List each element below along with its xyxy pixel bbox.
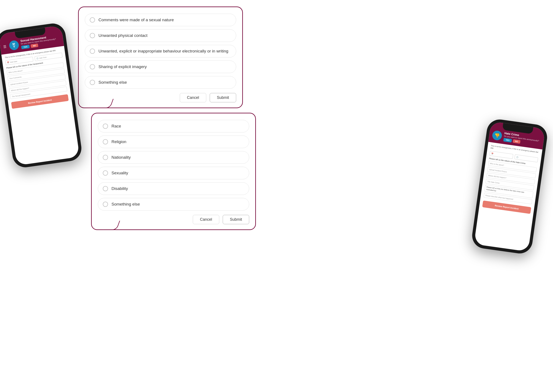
anon-yes-right[interactable]: YES bbox=[503, 138, 512, 142]
radio-unwanted-physical[interactable] bbox=[90, 33, 95, 38]
radio-nationality[interactable] bbox=[103, 155, 108, 160]
option-label: Comments were made of a sexual nature bbox=[98, 18, 174, 22]
gender-icon: ⚧ bbox=[12, 42, 16, 48]
dialog-top-footer: Cancel Submit bbox=[85, 93, 236, 102]
dialog-bottom-footer: Cancel Submit bbox=[98, 215, 249, 224]
submit-button-top[interactable]: Submit bbox=[210, 93, 236, 102]
phone-hate-crime: 👎 Hate Crime Do you want to report this … bbox=[471, 118, 549, 255]
submit-button-bottom[interactable]: Submit bbox=[223, 215, 249, 224]
radio-sexuality[interactable] bbox=[103, 170, 108, 176]
thumbsdown-icon: 👎 bbox=[494, 133, 500, 138]
option-something-else-top[interactable]: Something else bbox=[85, 76, 236, 89]
option-sexuality[interactable]: Sexuality bbox=[98, 167, 249, 179]
phone-right-inner: 👎 Hate Crime Do you want to report this … bbox=[474, 121, 545, 252]
option-nationality[interactable]: Nationality bbox=[98, 151, 249, 164]
cancel-button-bottom[interactable]: Cancel bbox=[193, 215, 219, 224]
option-label: Disability bbox=[112, 186, 128, 191]
option-label: Religion bbox=[112, 140, 126, 144]
clock-icon: 🕐 bbox=[36, 57, 39, 59]
option-label: Unwanted physical contact bbox=[98, 33, 147, 38]
option-unwanted-explicit[interactable]: Unwanted, explicit or inappropriate beha… bbox=[85, 45, 236, 57]
option-label: Race bbox=[112, 124, 121, 129]
phone-left-body: This is not for emergencies, if this is … bbox=[1, 46, 72, 112]
phone-right-header-text: Hate Crime Do you want to report this an… bbox=[503, 131, 541, 146]
option-comments-sexual-nature[interactable]: Comments were made of a sexual nature bbox=[85, 14, 236, 26]
option-religion[interactable]: Religion bbox=[98, 135, 249, 148]
dialog-hate-crime: Race Religion Nationality Sexuality Disa… bbox=[91, 113, 256, 230]
cancel-button-top[interactable]: Cancel bbox=[180, 93, 206, 102]
option-label: Unwanted, explicit or inappropriate beha… bbox=[98, 49, 228, 54]
option-label: Something else bbox=[98, 80, 127, 85]
option-unwanted-physical-contact[interactable]: Unwanted physical contact bbox=[85, 29, 236, 42]
option-label: Sexuality bbox=[112, 171, 128, 175]
dialog-sexual-harassment: Comments were made of a sexual nature Un… bbox=[78, 7, 243, 108]
anon-yes-left[interactable]: YES bbox=[21, 45, 30, 49]
option-race[interactable]: Race bbox=[98, 120, 249, 133]
radio-race[interactable] bbox=[103, 124, 108, 129]
anon-no-left[interactable]: NO bbox=[31, 43, 38, 48]
calendar-icon-right: 📅 bbox=[491, 153, 494, 155]
hamburger-icon[interactable]: ☰ bbox=[3, 44, 7, 49]
phone-left-icon: ⚧ bbox=[9, 40, 20, 51]
option-label: Something else bbox=[112, 202, 140, 207]
radio-something-else-bottom[interactable] bbox=[103, 202, 108, 207]
radio-unwanted-explicit[interactable] bbox=[90, 49, 95, 54]
radio-sharing-explicit[interactable] bbox=[90, 64, 95, 69]
option-something-else-bottom[interactable]: Something else bbox=[98, 198, 249, 210]
option-sharing-explicit-imagery[interactable]: Sharing of explicit imagery bbox=[85, 61, 236, 73]
radio-disability[interactable] bbox=[103, 186, 108, 191]
radio-something-else-top[interactable] bbox=[90, 80, 95, 85]
time-placeholder: Add Time bbox=[39, 56, 47, 59]
option-disability[interactable]: Disability bbox=[98, 182, 249, 195]
option-label: Sharing of explicit imagery bbox=[98, 64, 147, 69]
phone-sexual-harassment: ☰ ⚧ Sexual Harassment Do you want to rep… bbox=[0, 22, 83, 169]
radio-comments-sexual-nature[interactable] bbox=[90, 17, 95, 22]
calendar-icon: 📅 bbox=[7, 61, 9, 63]
option-label: Nationality bbox=[112, 155, 131, 160]
phone-right-body: This is not for emergencies, if this is … bbox=[479, 142, 542, 216]
date-placeholder: Add Date bbox=[10, 60, 17, 63]
phone-left-inner: ☰ ⚧ Sexual Harassment Do you want to rep… bbox=[0, 25, 80, 166]
radio-religion[interactable] bbox=[103, 139, 108, 144]
anon-no-right[interactable]: NO bbox=[513, 139, 520, 144]
clock-icon-right: 🕐 bbox=[516, 156, 518, 158]
phone-right-icon: 👎 bbox=[492, 130, 503, 141]
